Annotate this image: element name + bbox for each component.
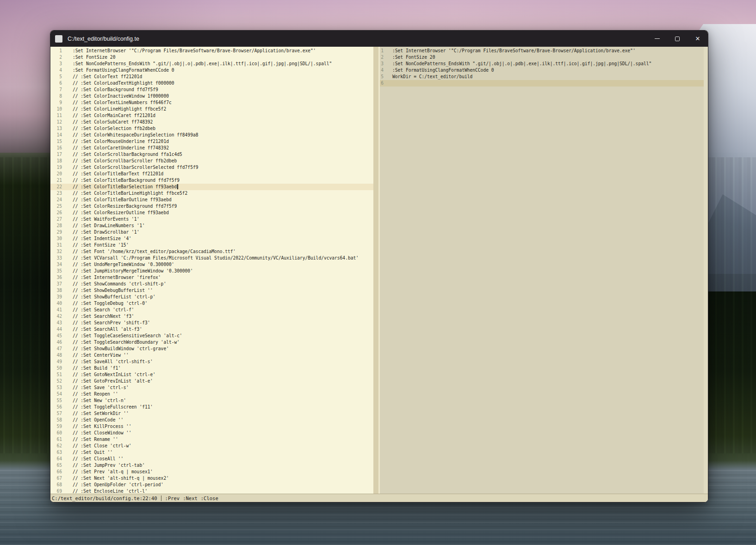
code-line[interactable]: 8// :Set ColorInactiveWindow 1f000000 [50, 93, 373, 99]
line-number: 34 [50, 261, 62, 268]
line-text: // :Set Quit '' [73, 449, 113, 456]
code-line[interactable]: 65// :Set JumpPrev 'ctrl-tab' [50, 462, 373, 469]
code-line[interactable]: 33// :Set VCVarsall 'C:/Program Files/Mi… [50, 255, 373, 261]
code-line[interactable]: 57// :Set SetWorkDir '' [50, 410, 373, 417]
code-line[interactable]: 55// :Set New 'ctrl-n' [50, 397, 373, 404]
code-line[interactable]: 34// :Set UndoMergeTimeWindow '0.300000' [50, 261, 373, 268]
code-line[interactable]: 47// :Set ShowBuildWindow 'ctrl-grave' [50, 346, 373, 352]
code-line[interactable]: 18// :Set ColorScrollbarScroller ffb2dbe… [50, 158, 373, 164]
code-line[interactable]: 3:Set NonCodePatterns_EndsWith ".git/|.o… [380, 61, 708, 67]
code-line[interactable]: 49// :Set SaveAll 'ctrl-shift-s' [50, 359, 373, 365]
code-line[interactable]: 31// :Set FontSize '15' [50, 242, 373, 248]
maximize-button[interactable] [667, 31, 688, 47]
line-number: 57 [50, 410, 62, 417]
code-line[interactable]: 54// :Set Reopen '' [50, 391, 373, 397]
code-line[interactable]: 21// :Set ColorTitleBarBackground ffd7f5… [50, 177, 373, 184]
code-line[interactable]: 29// :Set DrawScrollbar '1' [50, 229, 373, 235]
code-line[interactable]: 17// :Set ColorScrollbarBackground ffa1c… [50, 151, 373, 158]
code-line[interactable]: 5// :Set ColorText ff21201d [50, 74, 373, 80]
line-text: :Set FontSize 20 [392, 54, 435, 61]
left-editor-pane[interactable]: 1:Set InternetBrowser '"C:/Program Files… [50, 47, 373, 494]
code-line[interactable]: 46// :Set ToggleSearchWordBoundary 'alt-… [50, 339, 373, 346]
code-line[interactable]: 3:Set NonCodePatterns_EndsWith ".git/|.o… [50, 61, 373, 67]
code-line[interactable]: 25// :Set ColorResizerBackground ffd7f5f… [50, 203, 373, 210]
line-text: // :Set SearchNext 'f3' [73, 313, 134, 320]
title-bar[interactable]: C:/text_editor/build/config.te ✕ [50, 31, 708, 47]
code-line[interactable]: 64// :Set CloseAll '' [50, 456, 373, 462]
code-line[interactable]: 12// :Set ColorSubCaret ff748392 [50, 119, 373, 125]
line-text: :Set NonCodePatterns_EndsWith ".git/|.ob… [392, 61, 651, 67]
line-text: // :Set ColorCaretUnderline ff748392 [73, 145, 169, 151]
code-line[interactable]: 52// :Set GotoPrevInList 'alt-e' [50, 378, 373, 384]
code-line[interactable]: 66// :Set Prev 'alt-q | mousex1' [50, 469, 373, 475]
code-line[interactable]: 4:Set FormatUsingClangFormatWhenCCode 0 [50, 67, 373, 74]
code-line[interactable]: 42// :Set SearchNext 'f3' [50, 313, 373, 320]
close-button[interactable]: ✕ [688, 31, 708, 47]
code-line[interactable]: 59// :Set KillProcess '' [50, 423, 373, 430]
status-command-prev[interactable]: :Prev [165, 495, 180, 501]
code-line[interactable]: 32// :Set Font '/home/krz/text_editor/pa… [50, 248, 373, 255]
code-line[interactable]: 20// :Set ColorTitleBarText ff21201d [50, 171, 373, 177]
code-line[interactable]: 30// :Set IndentSize '4' [50, 235, 373, 242]
code-line[interactable]: 63// :Set Quit '' [50, 449, 373, 456]
line-text: // :Set Save 'ctrl-s' [73, 384, 129, 391]
code-line[interactable]: 35// :Set JumpHistoryMergeTimeWindow '0.… [50, 268, 373, 274]
code-line[interactable]: 19// :Set ColorScrollbarScrollerSelected… [50, 164, 373, 171]
code-line[interactable]: 26// :Set ColorResizerOutline ff93aebd [50, 210, 373, 216]
code-line[interactable]: 28// :Set DrawLineNumbers '1' [50, 223, 373, 229]
code-line[interactable]: 6 [380, 80, 708, 87]
code-line[interactable]: 43// :Set SearchPrev 'shift-f3' [50, 320, 373, 326]
code-line[interactable]: 58// :Set OpenCode '' [50, 417, 373, 423]
code-line[interactable]: 69// :Set EncloseLine 'ctrl-l' [50, 488, 373, 494]
code-line[interactable]: 2:Set FontSize 20 [50, 54, 373, 61]
status-command-next[interactable]: :Next [183, 495, 198, 501]
code-line[interactable]: 22// :Set ColorTitleBarSelection ff93aeb… [50, 184, 373, 190]
code-line[interactable]: 56// :Set ToggleFullscreen 'f11' [50, 404, 373, 410]
code-line[interactable]: 37// :Set ShowCommands 'ctrl-shift-p' [50, 281, 373, 287]
code-line[interactable]: 16// :Set ColorCaretUnderline ff748392 [50, 145, 373, 151]
code-line[interactable]: 50// :Set Build 'f1' [50, 365, 373, 372]
code-line[interactable]: 38// :Set ShowDebugBufferList '' [50, 287, 373, 294]
code-line[interactable]: 39// :Set ShowBufferList 'ctrl-p' [50, 294, 373, 300]
right-editor-pane[interactable]: 1:Set InternetBrowser '"C:/Program Files… [380, 47, 708, 494]
status-command-close[interactable]: :Close [201, 495, 218, 501]
code-line[interactable]: 24// :Set ColorTitleBarOutline ff93aebd [50, 197, 373, 203]
code-line[interactable]: 41// :Set Search 'ctrl-f' [50, 307, 373, 313]
line-number: 43 [50, 320, 62, 326]
code-line[interactable]: 40// :Set ToggleDebug 'ctrl-0' [50, 300, 373, 307]
minimize-button[interactable] [647, 31, 667, 47]
code-line[interactable]: 2:Set FontSize 20 [380, 54, 708, 61]
code-line[interactable]: 67// :Set Next 'alt-shift-q | mousex2' [50, 475, 373, 482]
line-text: // :Set GotoPrevInList 'alt-e' [73, 378, 153, 384]
code-line[interactable]: 51// :Set GotoNextInList 'ctrl-e' [50, 372, 373, 378]
code-line[interactable]: 62// :Set Close 'ctrl-w' [50, 443, 373, 449]
code-line[interactable]: 6// :Set ColorLoadTextHighlight f000000 [50, 80, 373, 87]
line-text: :Set InternetBrowser '"C:/Program Files/… [73, 48, 316, 54]
code-line[interactable]: 48// :Set CenterView '' [50, 352, 373, 359]
code-line[interactable]: 27// :Set WaitForEvents '1' [50, 216, 373, 223]
code-line[interactable]: 23// :Set ColorTitleBarLineHighlight ffb… [50, 190, 373, 197]
code-line[interactable]: 4:Set FormatUsingClangFormatWhenCCode 0 [380, 67, 708, 74]
code-line[interactable]: 1:Set InternetBrowser '"C:/Program Files… [50, 48, 373, 54]
code-line[interactable]: 44// :Set SearchAll 'alt-f3' [50, 326, 373, 333]
line-number: 5 [50, 74, 62, 80]
right-pane-scrollbar[interactable] [704, 47, 708, 494]
code-line[interactable]: 60// :Set CloseWindow '' [50, 430, 373, 436]
line-number: 7 [50, 87, 62, 93]
code-line[interactable]: 13// :Set ColorSelection ffb2dbeb [50, 125, 373, 132]
left-pane-scrollbar[interactable] [373, 47, 378, 494]
code-line[interactable]: 45// :Set ToggleCaseSensitiveSearch 'alt… [50, 333, 373, 339]
code-line[interactable]: 15// :Set ColorMouseUnderline ff21201d [50, 138, 373, 145]
code-line[interactable]: 11// :Set ColorMainCaret ff21201d [50, 112, 373, 119]
code-line[interactable]: 7// :Set ColorBackground ffd7f5f9 [50, 87, 373, 93]
code-line[interactable]: 14// :Set ColorWhitespaceDuringSelection… [50, 132, 373, 138]
line-text: // :Set ColorScrollbarBackground ffa1c4d… [73, 151, 182, 158]
code-line[interactable]: 9// :Set ColorTextLineNumbers ff646f7c [50, 99, 373, 106]
code-line[interactable]: 10// :Set ColorLineHighlight ffbce5f2 [50, 106, 373, 112]
code-line[interactable]: 68// :Set OpenUpFolder 'ctrl-period' [50, 482, 373, 488]
code-line[interactable]: 1:Set InternetBrowser '"C:/Program Files… [380, 48, 708, 54]
code-line[interactable]: 36// :Set InternetBrowser 'firefox' [50, 274, 373, 281]
code-line[interactable]: 61// :Set Rename '' [50, 436, 373, 443]
code-line[interactable]: 5WorkDir = C:/text_editor/build [380, 74, 708, 80]
code-line[interactable]: 53// :Set Save 'ctrl-s' [50, 384, 373, 391]
